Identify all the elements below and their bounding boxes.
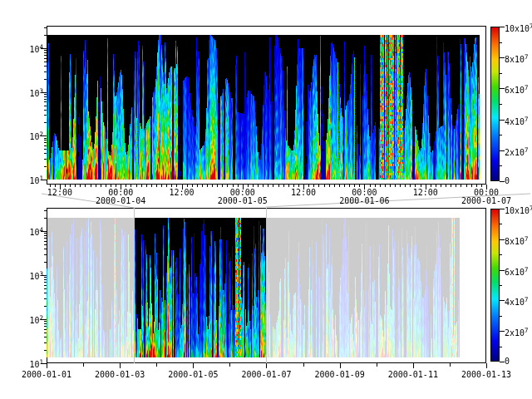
top-x-minor-tick bbox=[176, 185, 177, 187]
bottom-y-label: 102 bbox=[29, 314, 43, 325]
top-y-minor-tick bbox=[44, 106, 47, 106]
top-x-minor-tick bbox=[111, 185, 111, 187]
top-y-minor-tick bbox=[44, 138, 47, 139]
top-x-minor-tick bbox=[248, 185, 249, 187]
bottom-x-date-label: 2000-01-13 bbox=[461, 371, 511, 379]
top-x-minor-tick bbox=[380, 185, 381, 187]
top-x-minor-tick bbox=[55, 185, 56, 187]
bottom-x-major-tick bbox=[413, 363, 414, 368]
top-x-minor-tick bbox=[141, 185, 142, 187]
top-x-minor-tick bbox=[166, 185, 167, 187]
top-x-minor-tick bbox=[451, 185, 451, 187]
top-x-minor-tick bbox=[339, 185, 340, 187]
top-y-minor-tick bbox=[44, 96, 47, 97]
top-y-minor-tick bbox=[44, 153, 47, 154]
bottom-y-label: 104 bbox=[29, 226, 43, 237]
top-x-minor-tick bbox=[187, 185, 188, 187]
top-colorbar-label: 2x107 bbox=[505, 146, 529, 157]
top-y-minor-tick bbox=[44, 35, 47, 36]
top-x-minor-tick bbox=[405, 185, 406, 187]
top-x-minor-tick bbox=[171, 185, 172, 187]
top-x-minor-tick bbox=[80, 185, 81, 187]
top-colorbar-label: 6x107 bbox=[505, 84, 529, 95]
bottom-y-minor-tick bbox=[44, 288, 47, 289]
top-x-minor-tick bbox=[70, 185, 71, 187]
top-x-time-label: 12:00 bbox=[291, 189, 316, 197]
bottom-x-date-label: 2000-01-01 bbox=[22, 371, 71, 379]
top-y-minor-tick bbox=[44, 99, 47, 100]
bottom-x-date-label: 2000-01-07 bbox=[241, 371, 291, 379]
bottom-y-minor-tick bbox=[44, 329, 47, 330]
top-x-minor-tick bbox=[354, 185, 355, 187]
bottom-x-minor-tick bbox=[229, 363, 230, 367]
bottom-colorbar-label: 6x107 bbox=[505, 266, 529, 277]
top-colorbar-minor-tick bbox=[500, 165, 502, 166]
top-x-minor-tick bbox=[318, 185, 319, 187]
bottom-y-minor-tick bbox=[44, 218, 47, 219]
bottom-y-minor-tick bbox=[44, 249, 47, 249]
bottom-y-minor-tick bbox=[44, 285, 47, 286]
bottom-y-minor-tick bbox=[44, 332, 47, 333]
top-colorbar-label: 0 bbox=[505, 177, 510, 185]
top-x-minor-tick bbox=[344, 185, 345, 187]
top-colorbar-label: 8x107 bbox=[505, 53, 529, 64]
bottom-colorbar-minor-tick bbox=[500, 254, 502, 255]
top-x-minor-tick bbox=[161, 185, 162, 187]
bottom-colorbar-label: 0 bbox=[505, 357, 510, 366]
top-x-date-label: 2000-01-06 bbox=[339, 197, 389, 205]
bottom-y-minor-tick bbox=[44, 244, 47, 245]
top-y-label: 103 bbox=[29, 87, 43, 98]
top-colorbar-minor-tick bbox=[500, 104, 502, 105]
bottom-y-minor-tick bbox=[44, 323, 47, 324]
top-y-minor-tick bbox=[44, 58, 47, 59]
bottom-colorbar-minor-tick bbox=[500, 316, 502, 317]
top-y-minor-tick bbox=[44, 94, 47, 95]
top-x-minor-tick bbox=[238, 185, 239, 187]
bottom-y-minor-tick bbox=[44, 282, 47, 283]
top-x-minor-tick bbox=[146, 185, 147, 187]
bottom-x-date-label: 2000-01-05 bbox=[168, 371, 218, 379]
top-x-minor-tick bbox=[476, 185, 477, 187]
top-x-minor-tick bbox=[410, 185, 411, 187]
top-y-label: 104 bbox=[29, 43, 43, 54]
top-y-minor-tick bbox=[44, 27, 47, 28]
top-y-label: 101 bbox=[29, 175, 43, 185]
bottom-x-date-label: 2000-01-03 bbox=[95, 371, 145, 379]
top-x-minor-tick bbox=[75, 185, 76, 187]
top-y-minor-tick bbox=[44, 79, 47, 80]
top-colorbar-minor-tick bbox=[500, 73, 502, 74]
top-x-minor-tick bbox=[233, 185, 234, 187]
bottom-x-major-tick bbox=[486, 363, 487, 368]
top-y-minor-tick bbox=[44, 122, 47, 123]
bottom-x-date-label: 2000-01-09 bbox=[315, 371, 365, 379]
bottom-colorbar-minor-tick bbox=[500, 285, 502, 286]
top-x-minor-tick bbox=[91, 185, 91, 187]
top-x-minor-tick bbox=[65, 185, 66, 187]
bottom-y-minor-tick bbox=[44, 342, 47, 343]
top-x-time-label: 12:00 bbox=[413, 189, 438, 197]
bottom-colorbar-label: 8x107 bbox=[505, 235, 529, 246]
top-x-minor-tick bbox=[268, 185, 268, 187]
top-x-minor-tick bbox=[50, 185, 51, 187]
top-y-minor-tick bbox=[44, 140, 47, 140]
bottom-y-label: 103 bbox=[29, 270, 43, 281]
bottom-y-minor-tick bbox=[44, 238, 47, 239]
bottom-x-major-tick bbox=[47, 363, 47, 368]
top-y-minor-tick bbox=[44, 101, 47, 102]
top-x-minor-tick bbox=[212, 185, 213, 187]
top-y-minor-tick bbox=[44, 149, 47, 150]
top-y-minor-tick bbox=[44, 71, 47, 72]
top-x-minor-tick bbox=[197, 185, 198, 187]
top-y-minor-tick bbox=[44, 110, 47, 111]
bottom-y-minor-tick bbox=[44, 277, 47, 278]
top-x-minor-tick bbox=[293, 185, 294, 187]
top-y-minor-tick bbox=[44, 115, 47, 116]
top-y-minor-tick bbox=[44, 142, 47, 143]
bottom-y-minor-tick bbox=[44, 233, 47, 234]
top-x-minor-tick bbox=[308, 185, 309, 187]
top-x-minor-tick bbox=[156, 185, 157, 187]
top-x-minor-tick bbox=[313, 185, 314, 187]
top-x-minor-tick bbox=[131, 185, 131, 187]
bottom-colorbar-label: 2x107 bbox=[505, 327, 529, 337]
top-x-minor-tick bbox=[421, 185, 421, 187]
